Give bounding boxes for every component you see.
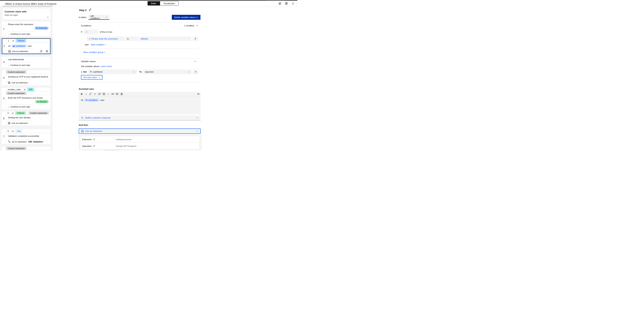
number-tag: 123 Number <box>35 100 48 103</box>
custom-expression-tag: Custom expression <box>6 92 26 95</box>
trash-icon[interactable] <box>46 50 48 52</box>
condition-operator[interactable]: is <box>125 37 138 41</box>
taken-mode-dropdown[interactable]: with conditions <box>88 15 110 20</box>
custom-expression-tag: Custom expression <box>6 70 26 74</box>
chevron-up-icon[interactable] <box>194 60 196 63</box>
number-type-icon: 123 <box>37 101 39 102</box>
operation-row: Operation Sample API Endpoint <box>80 143 199 149</box>
of-true-label: of this is true: <box>100 31 112 33</box>
info-icon[interactable] <box>93 138 95 140</box>
rich-text-editor: B I ƒx ♪ <box>79 92 201 114</box>
insert-variable-icon[interactable] <box>97 92 102 96</box>
delete-variable-values-button[interactable]: Delete variable values ƒx <box>172 15 200 20</box>
variables-description: Set variable values. <box>81 65 100 67</box>
image-icon[interactable] <box>102 92 106 96</box>
conditions-divider <box>81 49 198 49</box>
duplicate-icon[interactable] <box>40 50 42 52</box>
step-card-6[interactable]: 6 5 is Defined Custom expression Verifin… <box>2 111 50 125</box>
variable-pill[interactable]: TT userName <box>84 99 99 102</box>
variable-dropdown[interactable]: TT userName <box>88 69 137 74</box>
to-label: To <box>139 71 142 73</box>
use-extension-dropdown[interactable]: Use an extension <box>79 128 201 134</box>
info-icon[interactable] <box>93 145 95 147</box>
save-icon[interactable] <box>292 2 294 5</box>
define-customer-response-bar[interactable]: Define customer response <box>79 115 201 120</box>
sidebar-title-rule <box>2 6 52 6</box>
editor-toolbar: B I ƒx ♪ <box>79 92 201 96</box>
step-card-2-selected[interactable]: 2 1 is Defined Hi userName user <box>2 38 50 54</box>
function-icon[interactable]: ƒx <box>93 92 97 96</box>
condition-value[interactable]: defined <box>138 37 191 41</box>
step-number: 5 <box>2 88 6 109</box>
conditions-panel: Conditions 1 condition If All of this is… <box>79 22 201 59</box>
step-text: Enter the OTP received in your Email: <box>6 95 50 99</box>
step-card-4[interactable]: 4 Custom expression Sending an OTP to yo… <box>2 70 50 85</box>
header-divider-2 <box>296 1 297 6</box>
step-card-7[interactable]: 7 6 is true Validation completed success… <box>2 129 50 144</box>
drag-handle-icon[interactable]: ⣿ <box>81 71 82 73</box>
step-card-3[interactable]: 3 Lets Authenticate ↓ Continue to next s… <box>2 57 50 68</box>
message-prefix: Hi <box>81 99 83 101</box>
chevron-down-icon <box>196 117 198 119</box>
step-text: Validation completed successfully <box>6 133 50 137</box>
extension-detail-panel: Extension validateusernew Operation Samp… <box>79 134 202 150</box>
editor-content[interactable]: Hi TT userName user <box>79 96 201 104</box>
condition-value-tag: 200 <box>27 88 34 91</box>
text-type-icon: TT <box>90 71 92 73</box>
chevron-down-icon <box>94 31 96 33</box>
step-footer: Continue to next step <box>10 33 30 35</box>
user-icon <box>81 117 84 119</box>
arrow-down-icon: ↓ <box>8 64 9 66</box>
condition-op: is <box>10 129 16 133</box>
subaction-target: URL Validation <box>28 140 43 143</box>
condition-field[interactable]: 1. Please enter the username: <box>87 37 124 41</box>
variable-values-title: Variable values <box>81 60 96 63</box>
add-condition-link[interactable]: Add condition + <box>91 44 106 46</box>
condition-count: 1 condition <box>184 25 194 27</box>
number-type-icon: 123 <box>8 89 10 90</box>
set-new-value-button[interactable]: Set new value + <box>81 75 102 80</box>
learn-more-link[interactable]: Learn more. <box>101 65 112 67</box>
media-embed-icon[interactable] <box>115 92 119 96</box>
value-dropdown[interactable]: input.text <box>143 69 192 74</box>
text-type-icon: TT <box>86 99 88 101</box>
italic-icon[interactable]: I <box>84 92 88 96</box>
content-switcher: Editor Visualization <box>148 1 179 6</box>
rename-step-icon[interactable] <box>89 8 92 12</box>
if-label: If <box>81 31 82 33</box>
tab-visualization[interactable]: Visualization <box>160 1 179 6</box>
tab-editor[interactable]: Editor <box>148 1 160 6</box>
customer-starts-with-card[interactable]: Customer starts with: Help me login <box>3 9 50 19</box>
settings-gear-icon[interactable] <box>285 2 288 5</box>
edit-icon[interactable] <box>278 2 282 5</box>
and-then-heading: And then <box>79 124 88 126</box>
chevron-down-icon[interactable] <box>47 16 49 18</box>
step-number: 4 <box>2 70 6 85</box>
condition-left: 5 <box>6 111 10 115</box>
step-card-1[interactable]: 1 Please enter the username: TT Free tex… <box>2 22 50 36</box>
remove-set-row-button[interactable]: × <box>193 69 198 74</box>
bold-icon[interactable]: B <box>80 92 84 96</box>
remove-condition-button[interactable]: × <box>192 37 198 41</box>
condition-left: status_code <box>10 88 21 91</box>
link-icon[interactable] <box>88 92 92 96</box>
message-prefix: Hi <box>8 45 10 47</box>
custom-expression-tag: Custom expression <box>28 111 49 115</box>
video-icon[interactable] <box>110 92 115 96</box>
arrow-down-icon: ↓ <box>8 106 9 108</box>
chevron-down-icon <box>188 71 190 73</box>
step-text: Sending an OTP to your registered email … <box>6 74 50 78</box>
step-card-5[interactable]: 5 123 status_code is 200 Custom expressi… <box>2 88 50 109</box>
new-condition-group-link[interactable]: New condition group + <box>84 51 105 53</box>
step-card-8[interactable]: Custom expression <box>2 147 50 150</box>
audio-icon[interactable]: ♪ <box>106 92 110 96</box>
columns-icon[interactable] <box>120 92 124 96</box>
selected-step-band: 2 1 is Defined Hi userName user <box>0 38 52 55</box>
chevron-up-icon[interactable] <box>196 25 198 27</box>
extension-icon <box>8 122 10 124</box>
fx-icon: ƒx <box>196 16 198 19</box>
step-number <box>2 147 6 150</box>
code-view-icon[interactable]: </> <box>197 93 200 95</box>
variable-pill[interactable]: userName <box>11 45 26 48</box>
condition-op: is <box>11 39 16 43</box>
